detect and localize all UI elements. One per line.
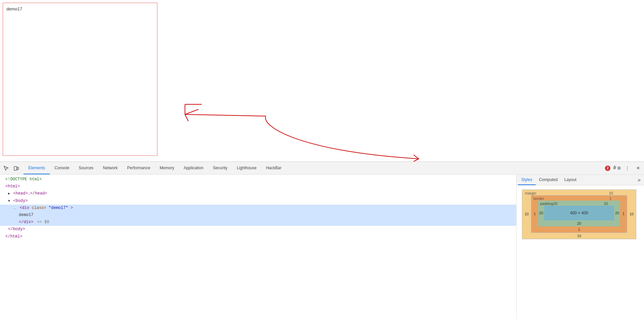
close-devtools-button[interactable]: ✕ [633, 164, 643, 173]
tab-elements[interactable]: Elements [24, 162, 50, 174]
tab-styles[interactable]: Styles [518, 175, 536, 185]
svg-rect-4 [17, 167, 18, 170]
margin-bottom-row: 10 [522, 233, 636, 239]
border-box: border 1 1 [531, 195, 627, 233]
error-badge[interactable]: 2 [605, 166, 610, 171]
dom-panel[interactable]: <!DOCTYPE html> <html> ▶ <head>…</head> … [0, 175, 516, 319]
settings-button[interactable]: ⚙ [612, 164, 621, 173]
svg-rect-3 [14, 167, 17, 170]
padding-label-row: padding20 20 [538, 201, 620, 206]
styles-panel: Styles Computed Layout » margin 10 [516, 175, 644, 319]
box-model-container: margin 10 10 [517, 185, 644, 243]
border-label-row: border 1 [531, 196, 627, 201]
tab-memory[interactable]: Memory [155, 162, 179, 174]
devtools-toolbar: Elements Console Sources Network Perform… [0, 162, 644, 175]
more-options-button[interactable]: ⋮ [622, 164, 632, 173]
styles-panel-tabs: Styles Computed Layout » [517, 175, 644, 185]
tab-application[interactable]: Application [179, 162, 208, 174]
tab-layout[interactable]: Layout [561, 175, 580, 185]
border-bottom-row: 1 [531, 226, 627, 233]
margin-middle: 10 border 1 [522, 195, 636, 233]
dom-line-div-demo17[interactable]: … <div class= "demo17" > [0, 205, 516, 212]
dom-line-demo17-text[interactable]: demo17 [0, 212, 516, 219]
padding-middle: 20 400 × 400 20 [538, 206, 620, 220]
margin-label-row: margin 10 [522, 190, 636, 195]
tab-security[interactable]: Security [208, 162, 232, 174]
demo-box: demo17 [3, 3, 157, 156]
dom-line-body-open[interactable]: ▼ <body> [0, 198, 516, 205]
device-toolbar-button[interactable] [11, 164, 21, 173]
padding-left-val: 20 [538, 206, 544, 220]
border-middle: 1 padding20 20 [531, 201, 627, 226]
border-left-val: 1 [531, 201, 538, 226]
dom-line-html-close[interactable]: </html> [0, 233, 516, 240]
error-count-circle: 2 [605, 166, 610, 171]
browser-viewport: demo17 [0, 0, 644, 162]
tab-performance[interactable]: Performance [122, 162, 155, 174]
demo-box-label: demo17 [6, 6, 22, 11]
padding-box: padding20 20 20 [538, 201, 620, 226]
dom-line-div-close[interactable]: </div> == $0 [0, 219, 516, 226]
toolbar-right: 2 ⚙ ⋮ ✕ [605, 164, 643, 173]
devtools-tabs: Elements Console Sources Network Perform… [24, 162, 286, 174]
dom-line-body-close[interactable]: </body> [0, 226, 516, 233]
devtools-panel: Elements Console Sources Network Perform… [0, 162, 644, 319]
toolbar-icons [1, 164, 21, 173]
margin-right-val: 10 [627, 195, 636, 233]
margin-box: margin 10 10 [522, 189, 636, 239]
inspect-element-button[interactable] [1, 164, 11, 173]
border-right-val: 1 [620, 201, 627, 226]
content-box: 400 × 400 [544, 206, 614, 220]
box-model-area: margin 10 10 [517, 185, 644, 319]
tab-lighthouse[interactable]: Lighthouse [232, 162, 261, 174]
padding-bottom-row: 20 [538, 220, 620, 226]
styles-panel-more[interactable]: » [636, 177, 643, 183]
tab-sources[interactable]: Sources [74, 162, 98, 174]
dom-line-html-open[interactable]: <html> [0, 183, 516, 190]
tab-network[interactable]: Network [98, 162, 122, 174]
tab-console[interactable]: Console [50, 162, 74, 174]
tab-hackbar[interactable]: HackBar [261, 162, 286, 174]
dom-line-head[interactable]: ▶ <head>…</head> [0, 190, 516, 197]
svg-line-0 [185, 114, 266, 116]
padding-right-val: 20 [614, 206, 620, 220]
tab-computed[interactable]: Computed [536, 175, 561, 185]
devtools-content: <!DOCTYPE html> <html> ▶ <head>…</head> … [0, 175, 644, 319]
margin-left-val: 10 [522, 195, 531, 233]
dom-line-doctype[interactable]: <!DOCTYPE html> [0, 176, 516, 183]
